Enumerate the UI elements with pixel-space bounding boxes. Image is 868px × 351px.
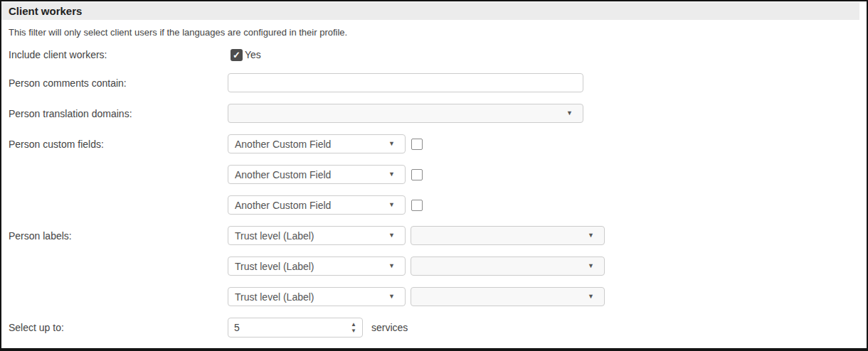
custom-field-select[interactable]: Another Custom Field ▼ bbox=[228, 195, 406, 215]
select-value: Trust level (Label) bbox=[235, 291, 314, 303]
select-up-to-input[interactable] bbox=[228, 322, 345, 333]
spinner-down-icon[interactable]: ▼ bbox=[351, 328, 356, 333]
field-label: Person comments contain: bbox=[1, 77, 228, 89]
custom-field-checkbox[interactable] bbox=[411, 169, 423, 180]
person-label-type-select[interactable]: Trust level (Label) ▼ bbox=[228, 287, 406, 306]
panel-header: Client workers bbox=[1, 2, 859, 20]
select-up-to-row: Select up to: ▲ ▼ services bbox=[1, 318, 867, 338]
person-labels-row: Person labels: Trust level (Label) ▼ ▼ bbox=[1, 226, 867, 245]
person-comments-input[interactable] bbox=[228, 73, 583, 92]
chevron-down-icon: ▼ bbox=[388, 293, 395, 300]
person-labels-row: Trust level (Label) ▼ ▼ bbox=[1, 287, 867, 306]
page-title: Client workers bbox=[9, 5, 82, 17]
person-label-type-select[interactable]: Trust level (Label) ▼ bbox=[228, 226, 406, 245]
person-label-type-select[interactable]: Trust level (Label) ▼ bbox=[228, 256, 406, 276]
person-custom-fields-row: Another Custom Field ▼ bbox=[1, 165, 867, 184]
select-value: Trust level (Label) bbox=[235, 261, 314, 272]
person-labels-row: Trust level (Label) ▼ ▼ bbox=[1, 256, 867, 276]
checkmark-icon: ✓ bbox=[233, 50, 240, 60]
custom-field-select[interactable]: Another Custom Field ▼ bbox=[228, 134, 406, 153]
description-text: This filter will only select client user… bbox=[9, 27, 859, 38]
services-suffix-label: services bbox=[371, 322, 408, 333]
include-client-workers-row: Include client workers: ✓ Yes bbox=[1, 48, 867, 62]
select-value: Another Custom Field bbox=[235, 200, 331, 211]
field-label: Person labels: bbox=[1, 230, 228, 242]
chevron-down-icon: ▼ bbox=[588, 232, 594, 239]
field-label: Select up to: bbox=[1, 322, 228, 333]
translation-domains-select[interactable]: ▼ bbox=[228, 104, 583, 123]
person-comments-row: Person comments contain: bbox=[1, 73, 867, 92]
chevron-down-icon: ▼ bbox=[388, 141, 395, 147]
checkbox-value-label: Yes bbox=[245, 49, 261, 60]
client-workers-panel: Client workers This filter will only sel… bbox=[0, 0, 868, 351]
chevron-down-icon: ▼ bbox=[588, 293, 594, 300]
chevron-down-icon: ▼ bbox=[388, 263, 395, 269]
custom-field-select[interactable]: Another Custom Field ▼ bbox=[228, 165, 406, 184]
custom-field-checkbox[interactable] bbox=[411, 139, 423, 150]
person-translation-domains-row: Person translation domains: ▼ bbox=[1, 104, 867, 123]
person-label-value-select[interactable]: ▼ bbox=[411, 256, 605, 276]
field-label: Person custom fields: bbox=[1, 139, 228, 150]
include-client-workers-checkbox[interactable]: ✓ bbox=[231, 49, 243, 61]
select-up-to-number-field: ▲ ▼ bbox=[228, 318, 363, 338]
person-label-value-select[interactable]: ▼ bbox=[411, 226, 605, 245]
person-label-value-select[interactable]: ▼ bbox=[411, 287, 605, 306]
number-spinner[interactable]: ▲ ▼ bbox=[345, 318, 362, 337]
custom-field-checkbox[interactable] bbox=[411, 200, 423, 211]
select-value: Another Custom Field bbox=[235, 169, 331, 180]
chevron-down-icon: ▼ bbox=[566, 110, 573, 117]
chevron-down-icon: ▼ bbox=[588, 263, 594, 269]
select-value: Another Custom Field bbox=[235, 139, 331, 150]
person-custom-fields-row: Another Custom Field ▼ bbox=[1, 195, 867, 215]
spinner-up-icon[interactable]: ▲ bbox=[351, 322, 356, 327]
field-label: Include client workers: bbox=[1, 49, 228, 60]
select-value: Trust level (Label) bbox=[235, 230, 314, 242]
person-custom-fields-row: Person custom fields: Another Custom Fie… bbox=[1, 134, 867, 153]
chevron-down-icon: ▼ bbox=[388, 202, 395, 208]
field-label: Person translation domains: bbox=[1, 108, 228, 119]
chevron-down-icon: ▼ bbox=[388, 232, 395, 239]
chevron-down-icon: ▼ bbox=[388, 171, 395, 178]
